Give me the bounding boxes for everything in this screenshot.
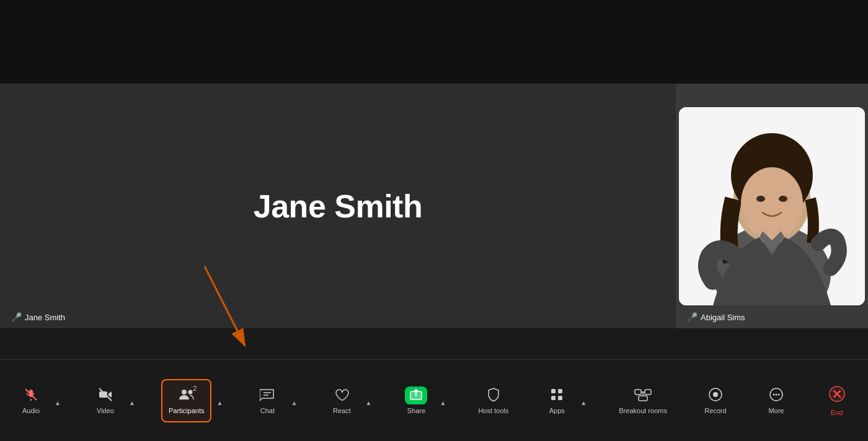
share-label: Share xyxy=(407,407,425,414)
svg-point-15 xyxy=(182,390,187,395)
toolbar: Audio ▲ Video ▲ 2 xyxy=(0,359,868,441)
end-button[interactable]: End xyxy=(818,379,856,422)
react-icon xyxy=(334,387,349,404)
breakout-label: Breakout rooms xyxy=(619,407,667,414)
muted-icon-abigail: 🎤 xyxy=(687,312,698,322)
shield-icon xyxy=(486,387,501,404)
record-icon xyxy=(708,387,723,404)
chat-group: Chat ▲ xyxy=(249,379,299,422)
participants-button[interactable]: 2 Participants xyxy=(161,379,211,422)
svg-point-31 xyxy=(713,392,718,397)
video-chevron[interactable]: ▲ xyxy=(126,382,138,419)
host-tools-label: Host tools xyxy=(478,407,508,414)
svg-rect-22 xyxy=(558,389,562,393)
video-group: Video ▲ xyxy=(87,379,138,422)
breakout-icon xyxy=(634,387,652,404)
participant-label-abigail: 🎤 Abigail Sims xyxy=(687,312,745,322)
end-icon xyxy=(828,385,846,406)
host-tools-group: Host tools xyxy=(472,379,515,422)
more-group: More xyxy=(758,379,795,422)
participant-label-jane: 🎤 Jane Smith xyxy=(11,312,65,322)
svg-point-7 xyxy=(779,196,787,202)
svg-point-6 xyxy=(756,196,765,202)
more-label: More xyxy=(768,407,784,414)
apps-chevron[interactable]: ▲ xyxy=(578,382,589,419)
participant-tile-abigail: 🎤 Abigail Sims xyxy=(676,84,868,328)
participant-photo-abigail xyxy=(679,107,865,305)
react-button[interactable]: React xyxy=(323,379,360,422)
react-chevron[interactable]: ▲ xyxy=(363,382,374,419)
participants-chevron[interactable]: ▲ xyxy=(214,382,225,419)
record-label: Record xyxy=(704,407,726,414)
chat-button[interactable]: Chat xyxy=(249,379,286,422)
audio-label: Audio xyxy=(22,407,40,414)
svg-point-33 xyxy=(773,393,774,395)
chat-label: Chat xyxy=(260,407,275,414)
host-tools-button[interactable]: Host tools xyxy=(472,379,515,422)
share-icon xyxy=(405,386,427,404)
video-area: Jane Smith 🎤 Jane Smith xyxy=(0,84,868,328)
svg-point-16 xyxy=(188,390,192,394)
svg-point-5 xyxy=(741,167,803,239)
mic-off-icon xyxy=(24,387,38,404)
participants-group: 2 Participants ▲ xyxy=(161,379,225,422)
video-button[interactable]: Video xyxy=(87,379,124,422)
video-label: Video xyxy=(97,407,114,414)
participants-icon xyxy=(179,387,195,404)
share-button[interactable]: Share xyxy=(397,379,435,422)
participants-label: Participants xyxy=(169,407,204,414)
react-label: React xyxy=(333,407,351,414)
end-label: End xyxy=(831,409,843,416)
svg-point-34 xyxy=(775,393,777,395)
audio-button[interactable]: Audio xyxy=(12,379,50,422)
video-off-icon xyxy=(98,387,113,404)
share-group: Share ▲ xyxy=(397,379,448,422)
svg-rect-24 xyxy=(558,396,562,400)
audio-group: Audio ▲ xyxy=(12,379,63,422)
record-group: Record xyxy=(697,379,734,422)
apps-label: Apps xyxy=(549,407,565,414)
svg-rect-26 xyxy=(645,390,651,395)
audio-chevron[interactable]: ▲ xyxy=(52,382,63,419)
top-bar xyxy=(0,0,868,84)
breakout-button[interactable]: Breakout rooms xyxy=(613,379,673,422)
svg-rect-21 xyxy=(551,389,556,393)
apps-group: Apps ▲ xyxy=(538,379,589,422)
react-group: React ▲ xyxy=(323,379,374,422)
chat-chevron[interactable]: ▲ xyxy=(288,382,299,419)
svg-rect-23 xyxy=(551,396,556,400)
record-button[interactable]: Record xyxy=(697,379,734,422)
participant-name-jane: Jane Smith xyxy=(254,188,422,225)
participant-tile-jane: Jane Smith 🎤 Jane Smith xyxy=(0,84,676,328)
more-button[interactable]: More xyxy=(758,379,795,422)
apps-icon xyxy=(549,387,564,404)
svg-rect-29 xyxy=(639,396,647,401)
participants-count: 2 xyxy=(193,385,197,392)
more-icon xyxy=(769,387,784,404)
svg-rect-25 xyxy=(635,390,641,395)
chat-icon xyxy=(260,387,275,404)
svg-point-35 xyxy=(777,393,779,395)
apps-button[interactable]: Apps xyxy=(538,379,575,422)
gap-area xyxy=(0,328,868,359)
share-chevron[interactable]: ▲ xyxy=(437,382,448,419)
breakout-group: Breakout rooms xyxy=(613,379,673,422)
muted-icon-jane: 🎤 xyxy=(11,312,22,322)
